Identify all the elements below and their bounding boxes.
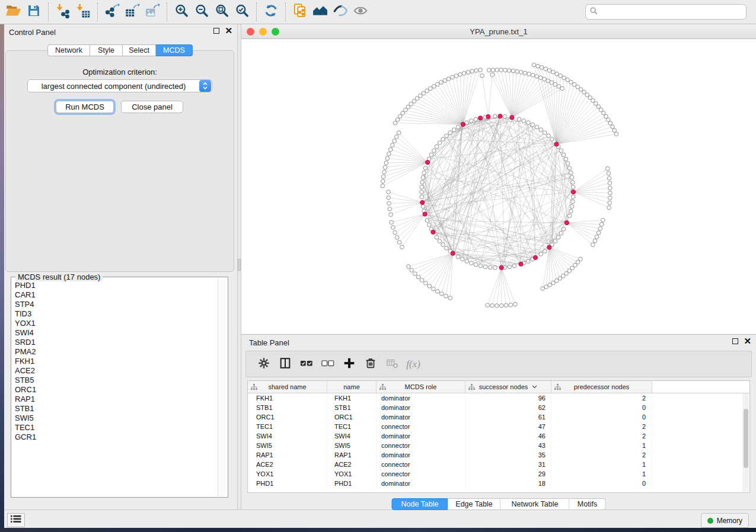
- search-box[interactable]: [585, 4, 747, 20]
- houses-icon: [312, 3, 328, 21]
- save-session-button[interactable]: [24, 2, 44, 22]
- table-scrollbar-thumb[interactable]: [744, 409, 748, 468]
- float-panel-icon[interactable]: [213, 28, 219, 34]
- table-row[interactable]: YOX1YOX1connector291: [248, 469, 749, 479]
- cytoscape-app: Control Panel ✕ NetworkStyleSelectMCDS O…: [0, 0, 756, 532]
- minimize-window-icon[interactable]: [259, 28, 267, 36]
- zoom-selected-button[interactable]: [232, 2, 252, 22]
- import-network-button[interactable]: [53, 2, 73, 22]
- criterion-dropdown[interactable]: largest connected component (undirected): [27, 79, 212, 92]
- vertical-splitter[interactable]: [237, 24, 241, 509]
- column-header-mcds-role[interactable]: MCDS role: [377, 381, 465, 393]
- export-table-button[interactable]: [122, 2, 142, 22]
- mcds-result-box: MCDS result (17 nodes) PHD1CAR1STP4TID3Y…: [11, 277, 228, 498]
- tab-edge-table[interactable]: Edge Table: [448, 498, 501, 510]
- unchecked-boxes-icon: [321, 357, 335, 372]
- search-input[interactable]: [598, 5, 746, 18]
- import-table-button[interactable]: [73, 2, 93, 22]
- network-titlebar[interactable]: YPA_prune.txt_1: [241, 24, 756, 39]
- table-cell: connector: [377, 460, 465, 469]
- add-column-button[interactable]: [339, 354, 360, 375]
- table-row[interactable]: SWI4SWI4dominator462: [248, 431, 749, 441]
- zoom-selected-icon: [234, 3, 250, 21]
- export-image-button[interactable]: [142, 2, 162, 22]
- float-table-panel-icon[interactable]: [732, 338, 738, 344]
- select-all-button[interactable]: [296, 354, 317, 375]
- checked-boxes-icon: [299, 357, 314, 372]
- zoom-in-button[interactable]: [171, 2, 192, 22]
- network-overview-button[interactable]: [310, 2, 330, 22]
- toolbar-separator: [256, 2, 257, 21]
- table-header-row: shared namenameMCDS rolesuccessor nodesp…: [248, 381, 749, 393]
- table-cell: dominator: [377, 393, 465, 403]
- table-cell: 2: [551, 450, 652, 460]
- export-network-button[interactable]: [102, 2, 122, 22]
- table-cell: 0: [551, 479, 652, 488]
- table-row[interactable]: FKH1FKH1dominator962: [248, 393, 749, 403]
- table-row[interactable]: ACE2ACE2connector311: [248, 460, 749, 469]
- table-row[interactable]: STB1STB1dominator620: [248, 403, 749, 412]
- column-header-shared-name[interactable]: shared name: [248, 381, 327, 393]
- delete-table-button-disabled: [381, 354, 403, 375]
- memory-label: Memory: [717, 517, 742, 525]
- tab-style[interactable]: Style: [90, 44, 123, 56]
- toolbar-separator: [285, 2, 286, 21]
- mcds-result-item: PHD1: [15, 281, 218, 290]
- hide-details-button[interactable]: [330, 2, 350, 22]
- show-panels-button[interactable]: [7, 513, 25, 527]
- table-row[interactable]: TEC1TEC1connector472: [248, 422, 749, 431]
- close-panel-icon[interactable]: ✕: [225, 28, 232, 34]
- table-row[interactable]: RAP1RAP1dominator352: [248, 450, 749, 460]
- tab-motifs[interactable]: Motifs: [570, 498, 606, 510]
- network-view[interactable]: [241, 39, 755, 334]
- splitter-handle[interactable]: [238, 259, 241, 271]
- table-cell: ORC1: [327, 412, 377, 422]
- tab-node-table[interactable]: Node Table: [392, 498, 448, 510]
- table-cell: FKH1: [327, 393, 377, 403]
- table-cell: STB1: [248, 403, 327, 412]
- memory-button[interactable]: Memory: [701, 513, 749, 528]
- open-file-button[interactable]: [4, 2, 24, 22]
- close-table-panel-icon[interactable]: ✕: [744, 338, 751, 344]
- column-header-predecessor-nodes[interactable]: predecessor nodes: [551, 381, 652, 393]
- column-header-name[interactable]: name: [327, 381, 377, 393]
- mcds-result-item: RAP1: [15, 395, 218, 404]
- table-cell: 96: [465, 393, 551, 403]
- deselect-all-button[interactable]: [317, 354, 339, 375]
- table-panel-title: Table Panel: [241, 338, 289, 347]
- tab-network-table[interactable]: Network Table: [501, 498, 570, 510]
- table-cell: 29: [465, 469, 551, 479]
- tab-select[interactable]: Select: [123, 44, 156, 56]
- zoom-fit-button[interactable]: [212, 2, 232, 22]
- tab-mcds[interactable]: MCDS: [156, 44, 193, 56]
- run-mcds-button[interactable]: Run MCDS: [56, 101, 114, 113]
- table-cell: 0: [551, 412, 652, 422]
- show-column-panel-button[interactable]: [275, 354, 296, 375]
- mcds-result-item: ACE2: [15, 366, 218, 376]
- table-row[interactable]: PHD1PHD1dominator180: [248, 479, 749, 488]
- maximize-window-icon[interactable]: [272, 28, 279, 36]
- column-header-successor-nodes[interactable]: successor nodes: [465, 381, 551, 393]
- close-window-icon[interactable]: [247, 28, 254, 36]
- result-scrollbar[interactable]: [218, 278, 227, 496]
- delete-column-button[interactable]: [360, 354, 381, 375]
- import-network-icon: [55, 3, 71, 21]
- gear-icon: [257, 357, 270, 372]
- table-cell: SWI5: [248, 441, 327, 450]
- table-row[interactable]: ORC1ORC1dominator610: [248, 412, 749, 422]
- control-panel: Control Panel ✕ NetworkStyleSelectMCDS O…: [4, 24, 237, 509]
- table-cell: RAP1: [248, 450, 327, 460]
- close-panel-button[interactable]: Close panel: [121, 101, 183, 113]
- table-settings-button[interactable]: [253, 354, 275, 375]
- show-details-button[interactable]: [350, 2, 371, 22]
- table-scrollbar[interactable]: [742, 393, 749, 492]
- tab-network[interactable]: Network: [47, 44, 90, 56]
- export-image-icon: [145, 3, 160, 21]
- zoom-out-button[interactable]: [192, 2, 212, 22]
- refresh-button[interactable]: [261, 2, 281, 22]
- zoom-out-icon: [194, 3, 209, 21]
- clone-network-button[interactable]: [290, 2, 310, 22]
- table-cell: dominator: [377, 431, 465, 441]
- table-tabs: Node TableEdge TableNetwork TableMotifs: [392, 498, 606, 510]
- table-row[interactable]: SWI5SWI5connector431: [248, 441, 749, 450]
